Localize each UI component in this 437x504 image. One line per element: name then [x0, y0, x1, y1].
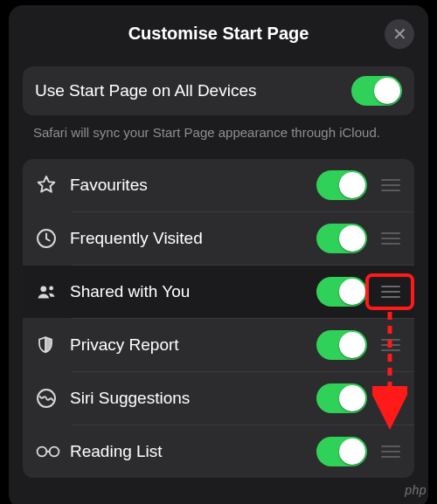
reorder-handle[interactable] — [376, 339, 406, 351]
sheet-header: Customise Start Page ✕ — [9, 5, 428, 61]
section-toggle-shield[interactable] — [316, 330, 367, 360]
section-toggle-clock[interactable] — [316, 224, 367, 253]
section-label: Favourites — [70, 176, 316, 195]
sync-note: Safari will sync your Start Page appeara… — [9, 115, 428, 154]
section-label: Privacy Report — [70, 335, 316, 355]
sections-list: Favourites Frequently Visited Shared wit… — [23, 159, 414, 478]
section-row-people: Shared with You — [23, 266, 414, 318]
section-row-siri: Siri Suggestions — [23, 372, 414, 425]
close-button[interactable]: ✕ — [385, 19, 414, 49]
sync-group: Use Start Page on All Devices — [23, 66, 414, 115]
section-label: Frequently Visited — [70, 229, 316, 248]
section-row-star: Favourites — [23, 159, 414, 211]
section-label: Shared with You — [70, 282, 316, 301]
reorder-handle[interactable] — [376, 286, 406, 298]
section-toggle-siri[interactable] — [316, 383, 367, 413]
reorder-handle[interactable] — [376, 179, 406, 191]
reorder-handle[interactable] — [376, 232, 406, 245]
watermark: php — [405, 483, 427, 497]
glasses-icon — [35, 443, 70, 460]
sync-toggle[interactable] — [351, 76, 402, 106]
svg-point-1 — [40, 287, 46, 293]
section-label: Reading List — [70, 442, 316, 461]
section-label: Siri Suggestions — [70, 389, 316, 408]
reorder-handle[interactable] — [376, 392, 406, 404]
reorder-handle[interactable] — [376, 445, 406, 458]
clock-icon — [35, 227, 70, 250]
svg-point-2 — [49, 287, 53, 291]
customise-start-page-sheet: Customise Start Page ✕ Use Start Page on… — [9, 5, 428, 504]
section-row-clock: Frequently Visited — [23, 212, 414, 265]
section-row-glasses: Reading List — [23, 425, 414, 478]
section-toggle-glasses[interactable] — [316, 437, 367, 466]
shield-icon — [35, 334, 70, 356]
section-toggle-star[interactable] — [316, 170, 367, 200]
close-icon: ✕ — [392, 25, 407, 43]
people-icon — [35, 280, 70, 303]
section-toggle-people[interactable] — [316, 277, 367, 307]
section-row-shield: Privacy Report — [23, 319, 414, 371]
sync-label: Use Start Page on All Devices — [35, 81, 351, 100]
sync-row: Use Start Page on All Devices — [23, 66, 414, 115]
svg-point-4 — [38, 447, 47, 457]
siri-icon — [35, 387, 70, 410]
sheet-title: Customise Start Page — [128, 24, 309, 44]
svg-point-5 — [50, 447, 59, 457]
star-icon — [35, 174, 70, 197]
